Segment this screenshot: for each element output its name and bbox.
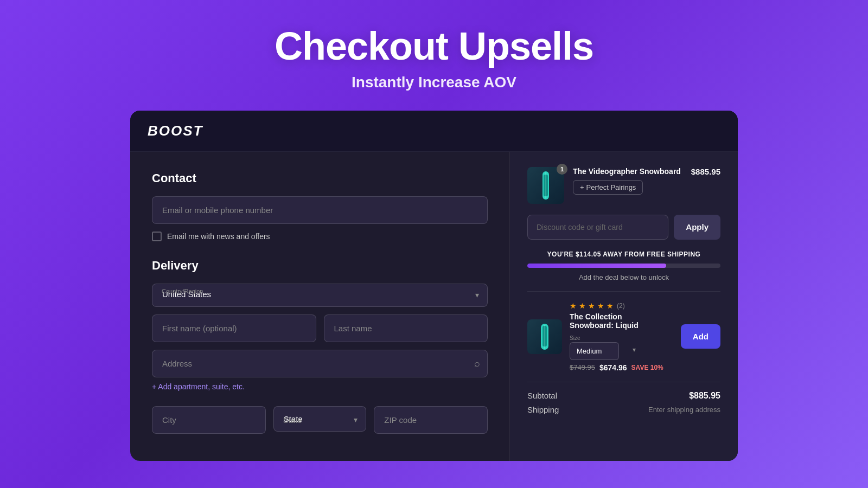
shipping-row: Shipping Enter shipping address bbox=[527, 405, 720, 414]
shipping-banner: YOU'RE $114.05 AWAY FROM FREE SHIPPING A… bbox=[527, 251, 720, 281]
hero-section: Checkout Upsells Instantly Increase AOV bbox=[0, 0, 868, 111]
upsell-snowboard-icon bbox=[538, 323, 552, 351]
contact-section-title: Contact bbox=[152, 171, 488, 185]
subtotal-section: Subtotal $885.95 Shipping Enter shipping… bbox=[527, 382, 720, 414]
sale-price: $674.96 bbox=[599, 363, 627, 372]
progress-bar-background bbox=[527, 264, 720, 268]
plus-icon: + bbox=[580, 183, 584, 191]
price-row: $749.95 $674.96 SAVE 10% bbox=[570, 363, 667, 372]
discount-row: Apply bbox=[527, 215, 720, 240]
state-select[interactable]: State CA NY TX bbox=[273, 406, 367, 432]
hero-title: Checkout Upsells bbox=[0, 26, 868, 67]
email-input[interactable] bbox=[152, 196, 488, 224]
hero-subtitle: Instantly Increase AOV bbox=[0, 74, 868, 91]
pairings-button[interactable]: + Perfect Pairings bbox=[573, 180, 643, 195]
product-image-wrapper: 1 bbox=[527, 167, 564, 204]
add-upsell-button[interactable]: Add bbox=[681, 324, 720, 349]
size-label: Size bbox=[570, 335, 640, 341]
city-input[interactable] bbox=[152, 406, 266, 434]
address-wrapper: ⌕ bbox=[152, 350, 488, 377]
upsell-name: The Collection Snowboard: Liquid bbox=[570, 312, 667, 330]
name-row bbox=[152, 314, 488, 342]
review-count: (2) bbox=[617, 302, 625, 310]
apply-button[interactable]: Apply bbox=[674, 215, 720, 240]
newsletter-label: Email me with news and offers bbox=[167, 232, 270, 241]
upsell-item: ★ ★ ★ ★ ★ (2) The Collection Snowboard: … bbox=[527, 291, 720, 372]
card-header: BOOST bbox=[130, 111, 738, 152]
product-info: The Videographer Snowboard + Perfect Pai… bbox=[573, 167, 682, 195]
snowboard-icon bbox=[538, 170, 553, 201]
star-2: ★ bbox=[579, 301, 586, 310]
shipping-value: Enter shipping address bbox=[648, 406, 720, 414]
zip-input[interactable] bbox=[374, 406, 488, 434]
stars-row: ★ ★ ★ ★ ★ (2) bbox=[570, 301, 667, 310]
discount-input[interactable] bbox=[527, 215, 668, 240]
size-select-wrapper: Size Medium Small Large ▾ bbox=[570, 335, 640, 360]
product-badge: 1 bbox=[557, 164, 567, 175]
first-name-input[interactable] bbox=[152, 314, 316, 342]
subtotal-row: Subtotal $885.95 bbox=[527, 391, 720, 401]
newsletter-row: Email me with news and offers bbox=[152, 232, 488, 241]
add-suite-link[interactable]: + Add apartment, suite, etc. bbox=[152, 382, 245, 391]
card-body: Contact Email me with news and offers De… bbox=[130, 152, 738, 461]
product-name: The Videographer Snowboard bbox=[573, 167, 682, 176]
shipping-progress-text: YOU'RE $114.05 AWAY FROM FREE SHIPPING bbox=[527, 251, 720, 258]
upsell-image bbox=[527, 319, 562, 354]
address-search-icon[interactable]: ⌕ bbox=[474, 358, 480, 369]
save-badge: SAVE 10% bbox=[631, 364, 663, 371]
product-item: 1 The Videographer Snowboard + Perfect P… bbox=[527, 167, 720, 204]
star-4: ★ bbox=[597, 301, 604, 310]
delivery-section-title: Delivery bbox=[152, 259, 488, 273]
state-select-wrapper: State CA NY TX State ▾ bbox=[273, 406, 367, 434]
progress-bar-fill bbox=[527, 264, 666, 268]
product-price: $885.95 bbox=[691, 167, 720, 176]
form-column: Contact Email me with news and offers De… bbox=[130, 152, 510, 461]
star-half: ★ bbox=[607, 301, 614, 310]
country-select[interactable]: United States Canada United Kingdom bbox=[152, 284, 488, 307]
size-select[interactable]: Medium Small Large bbox=[570, 342, 619, 360]
country-select-wrapper: Country/Region United States Canada Unit… bbox=[152, 284, 488, 307]
subtotal-label: Subtotal bbox=[527, 391, 557, 400]
brand-logo: BOOST bbox=[148, 123, 720, 139]
newsletter-checkbox[interactable] bbox=[152, 232, 162, 241]
upsell-info: ★ ★ ★ ★ ★ (2) The Collection Snowboard: … bbox=[570, 301, 667, 372]
shipping-label: Shipping bbox=[527, 405, 559, 414]
summary-column: 1 The Videographer Snowboard + Perfect P… bbox=[510, 152, 738, 461]
country-label: Country/Region bbox=[162, 288, 203, 294]
pairings-label: Perfect Pairings bbox=[586, 183, 636, 191]
original-price: $749.95 bbox=[570, 363, 595, 371]
star-1: ★ bbox=[570, 301, 577, 310]
address-input[interactable] bbox=[152, 350, 488, 377]
checkout-card: BOOST Contact Email me with news and off… bbox=[130, 111, 738, 461]
subtotal-value: $885.95 bbox=[689, 391, 720, 401]
shipping-sub-text: Add the deal below to unlock bbox=[527, 273, 720, 281]
last-name-input[interactable] bbox=[324, 314, 488, 342]
city-state-zip-row: State CA NY TX State ▾ bbox=[152, 406, 488, 434]
size-chevron-icon: ▾ bbox=[633, 346, 636, 354]
star-3: ★ bbox=[588, 301, 595, 310]
